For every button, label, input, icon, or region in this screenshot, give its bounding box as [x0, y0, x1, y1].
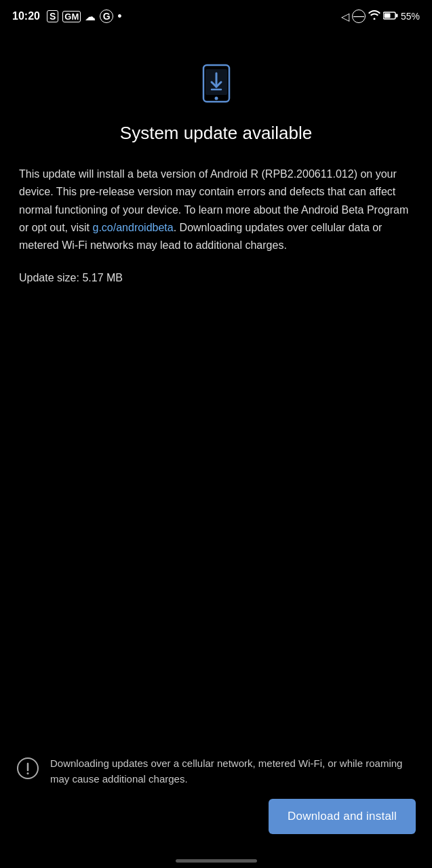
cloud-icon: ☁ — [85, 10, 96, 23]
battery-icon — [383, 10, 398, 22]
dot-icon: • — [117, 10, 121, 22]
download-button-container: Download and install — [269, 799, 416, 834]
s-icon: S — [47, 10, 58, 22]
svg-point-7 — [214, 97, 218, 100]
system-update-icon — [197, 94, 236, 105]
android-beta-link[interactable]: g.co/androidbeta — [93, 222, 174, 233]
svg-point-10 — [27, 772, 29, 774]
bottom-warning: Downloading updates over a cellular netw… — [0, 755, 432, 787]
update-size: Update size: 5.17 MB — [19, 270, 413, 286]
status-bar: 10:20 S GM ☁ G • ◁ — — [0, 0, 432, 30]
warning-text: Downloading updates over a cellular netw… — [50, 755, 416, 787]
svg-rect-1 — [384, 14, 390, 18]
warning-icon — [16, 757, 39, 783]
update-description: This update will install a beta version … — [19, 165, 413, 255]
battery-percentage: 55% — [401, 11, 420, 22]
download-install-button[interactable]: Download and install — [269, 799, 416, 834]
status-left: 10:20 S GM ☁ G • — [12, 9, 122, 23]
status-icons-left: S GM ☁ G • — [47, 9, 122, 23]
nav-bar — [176, 859, 257, 863]
main-content: System update available This update will… — [0, 30, 432, 286]
svg-rect-2 — [395, 14, 397, 18]
page-title: System update available — [120, 122, 312, 145]
g-icon: G — [100, 9, 113, 23]
gm-icon: GM — [62, 11, 81, 22]
dnd-icon: — — [352, 9, 366, 23]
status-time: 10:20 — [12, 10, 40, 22]
vibrate-icon: ◁ — [341, 10, 349, 23]
status-right: ◁ — 55% — [341, 9, 420, 23]
update-icon-container — [197, 64, 236, 106]
wifi-icon — [368, 10, 380, 22]
